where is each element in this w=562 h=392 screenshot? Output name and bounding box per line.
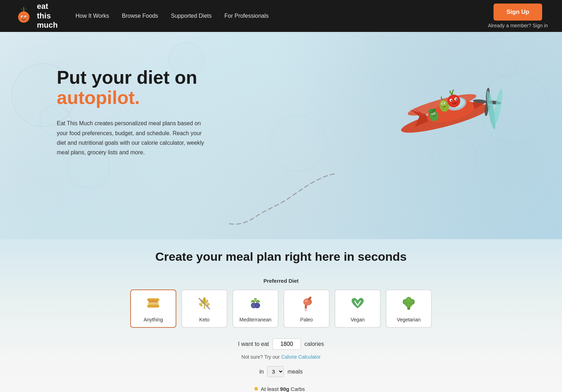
nav-link-supported-diets[interactable]: Supported Diets — [171, 13, 212, 19]
carbs-text: At least 90g Carbs — [261, 386, 305, 392]
diet-cards: Anything Keto — [0, 289, 562, 328]
diet-card-vegan[interactable]: Vegan — [335, 289, 381, 328]
vegan-label: Vegan — [351, 317, 365, 322]
vegetarian-label: Vegetarian — [397, 317, 421, 322]
calories-suffix: calories — [304, 341, 324, 347]
svg-point-59 — [254, 298, 257, 300]
calorie-input[interactable] — [272, 338, 301, 350]
svg-point-56 — [256, 304, 258, 307]
not-sure-text: Not sure? Try our Calorie Calculator — [0, 354, 562, 360]
nav-link-browse-foods[interactable]: Browse Foods — [122, 13, 158, 19]
diet-card-anything[interactable]: Anything — [130, 289, 176, 328]
svg-point-72 — [407, 298, 411, 302]
signin-text[interactable]: Already a member? Sign in — [488, 23, 548, 28]
hero-description: Eat This Much creates personalized meal … — [57, 118, 206, 157]
trail-section — [0, 167, 562, 239]
airplane-svg — [363, 60, 505, 181]
meals-select[interactable]: 1 2 3 4 5 6 — [267, 366, 284, 377]
svg-point-4 — [26, 16, 27, 17]
calories-prefix: I want to eat — [238, 341, 269, 347]
meals-row: in 1 2 3 4 5 6 meals — [0, 366, 562, 377]
logo-icon — [14, 6, 33, 26]
in-text: in — [259, 369, 264, 375]
hero-title-orange: autopilot. — [57, 87, 140, 108]
svg-point-38 — [492, 88, 504, 124]
anything-icon — [145, 295, 161, 313]
macro-carbs: At least 90g Carbs — [254, 386, 305, 392]
preferred-diet-label: Preferred Diet — [0, 278, 562, 284]
nav-right: Sign Up Already a member? Sign in — [488, 4, 548, 28]
logo[interactable]: eat this much — [14, 2, 58, 30]
mediterranean-icon — [247, 295, 264, 313]
diet-card-paleo[interactable]: Paleo — [283, 289, 330, 328]
hero-text: Put your diet on autopilot. Eat This Muc… — [57, 60, 206, 181]
calorie-calculator-link[interactable]: Calorie Calculator — [281, 354, 320, 360]
trail-svg — [210, 167, 352, 231]
hero-content: Put your diet on autopilot. Eat This Muc… — [0, 53, 562, 181]
meal-plan-section: Create your meal plan right here in seco… — [0, 239, 562, 392]
paleo-label: Paleo — [300, 317, 313, 322]
calorie-row: I want to eat calories — [0, 338, 562, 350]
hero-illustration — [363, 60, 505, 181]
keto-icon — [196, 295, 213, 313]
nav-link-for-professionals[interactable]: For Professionals — [225, 13, 269, 19]
svg-point-73 — [407, 302, 411, 306]
svg-point-63 — [304, 308, 307, 311]
meals-suffix: meals — [287, 369, 303, 375]
paleo-icon — [298, 295, 315, 313]
hero-section: Put your diet on autopilot. Eat This Muc… — [0, 32, 562, 239]
logo-text: eat this much — [37, 2, 58, 30]
carbs-dot — [254, 387, 258, 391]
macros: At least 90g Carbs At least 40g Fat At l… — [254, 386, 308, 392]
svg-point-0 — [18, 11, 29, 23]
svg-rect-40 — [148, 302, 159, 305]
svg-point-55 — [253, 304, 255, 307]
keto-label: Keto — [199, 317, 210, 322]
svg-point-71 — [410, 300, 414, 304]
vegetarian-icon — [401, 295, 417, 313]
svg-rect-39 — [147, 305, 159, 308]
diet-card-mediterranean[interactable]: Mediterranean — [232, 289, 279, 328]
nav-left: eat this much How It Works Browse Foods … — [14, 2, 269, 30]
nav-link-how-it-works[interactable]: How It Works — [76, 13, 109, 19]
hero-title: Put your diet on autopilot. — [57, 67, 206, 108]
anything-label: Anything — [144, 317, 163, 322]
svg-point-70 — [404, 300, 407, 304]
mediterranean-label: Mediterranean — [239, 317, 271, 322]
diet-card-vegetarian[interactable]: Vegetarian — [386, 289, 432, 328]
navbar: eat this much How It Works Browse Foods … — [0, 0, 562, 32]
nav-links: How It Works Browse Foods Supported Diet… — [76, 13, 269, 19]
diet-card-keto[interactable]: Keto — [181, 289, 227, 328]
svg-point-3 — [22, 16, 23, 17]
meal-plan-title: Create your meal plan right here in seco… — [0, 250, 562, 264]
signup-button[interactable]: Sign Up — [494, 4, 542, 21]
vegan-icon — [349, 295, 366, 313]
